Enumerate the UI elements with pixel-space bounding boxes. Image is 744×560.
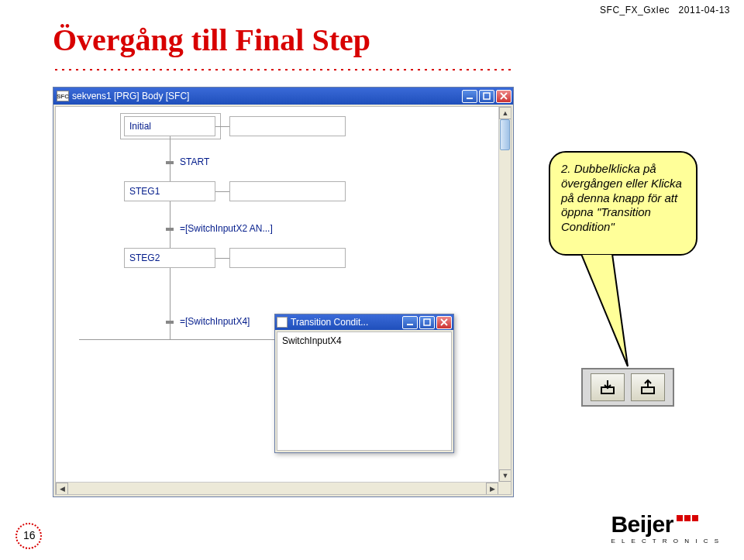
transition-x4-label: =[SwitchInputX4]	[180, 316, 250, 327]
maximize-button[interactable]	[479, 90, 494, 103]
action-box-step2[interactable]	[229, 248, 346, 268]
sfc-line	[170, 268, 170, 325]
svg-rect-3	[424, 319, 430, 325]
step-2-label: STEG2	[129, 253, 160, 263]
logo-name: Beijer	[611, 511, 673, 538]
scroll-left-icon[interactable]: ◀	[56, 483, 68, 495]
scroll-thumb[interactable]	[500, 119, 510, 150]
tc-client-area[interactable]: SwitchInputX4	[277, 332, 452, 451]
sfc-line	[170, 164, 170, 181]
vertical-scrollbar[interactable]: ▲ ▼	[498, 107, 511, 482]
tc-window-title: Transition Condit...	[291, 317, 401, 328]
toolbar-panel	[581, 368, 674, 407]
sfc-line	[170, 231, 170, 248]
action-connector	[215, 191, 229, 192]
title-rule	[53, 68, 514, 71]
callout-text: Dubbelklicka på övergången eller Klicka …	[561, 162, 682, 233]
sfc-line	[170, 324, 170, 339]
tc-minimize-button[interactable]	[402, 316, 418, 329]
transition-x2-label: =[SwitchInputX2 AN...]	[180, 223, 273, 234]
action-connector	[215, 258, 229, 259]
step-initial-label: Initial	[129, 121, 151, 132]
step-initial[interactable]: Initial	[124, 116, 215, 136]
zoom-in-button[interactable]	[591, 373, 625, 401]
scroll-right-icon[interactable]: ▶	[486, 483, 498, 495]
doc-id: SFC_FX_GxIec	[600, 5, 670, 15]
svg-rect-2	[407, 324, 413, 325]
horizontal-scrollbar[interactable]: ◀ ▶	[56, 482, 498, 494]
instruction-callout: 2. Dubbelklicka på övergången eller Klic…	[549, 151, 698, 256]
header-meta: SFC_FX_GxIec 2011-04-13	[600, 5, 730, 15]
zoom-out-icon	[639, 378, 657, 397]
scroll-corner	[498, 482, 511, 494]
minimize-button[interactable]	[462, 90, 477, 103]
logo-subtitle: E L E C T R O N I C S	[611, 538, 721, 545]
scroll-up-icon[interactable]: ▲	[499, 107, 512, 119]
action-connector	[215, 126, 229, 127]
logo-squares-icon	[677, 515, 698, 521]
transition-condition-window[interactable]: Transition Condit... SwitchInputX4	[274, 314, 454, 453]
svg-rect-1	[484, 93, 490, 99]
svg-marker-4	[581, 254, 628, 366]
tc-window-icon	[277, 317, 288, 328]
svg-rect-6	[642, 387, 654, 393]
transition-start-label: START	[180, 156, 209, 167]
final-connector	[79, 339, 281, 340]
doc-date: 2011-04-13	[679, 5, 730, 15]
window-titlebar[interactable]: SFC sekvens1 [PRG] Body [SFC]	[53, 88, 513, 105]
tc-maximize-button[interactable]	[419, 316, 435, 329]
scroll-down-icon[interactable]: ▼	[499, 469, 512, 482]
action-box-step1[interactable]	[229, 181, 346, 201]
step-1-label: STEG1	[129, 186, 160, 197]
step-1[interactable]: STEG1	[124, 181, 215, 201]
tc-close-button[interactable]	[436, 316, 452, 329]
callout-number: 2.	[561, 162, 571, 175]
window-title: sekvens1 [PRG] Body [SFC]	[72, 91, 460, 101]
tc-titlebar[interactable]: Transition Condit...	[275, 314, 453, 330]
app-icon: SFC	[57, 91, 69, 101]
zoom-out-button[interactable]	[631, 373, 665, 401]
zoom-in-icon	[598, 378, 617, 397]
step-2[interactable]: STEG2	[124, 248, 215, 268]
beijer-logo: Beijer E L E C T R O N I C S	[611, 511, 721, 545]
close-button[interactable]	[496, 90, 512, 103]
page-number: 16	[23, 529, 36, 541]
action-box-initial[interactable]	[229, 116, 346, 136]
svg-rect-0	[467, 98, 473, 99]
tc-content-text: SwitchInputX4	[282, 335, 342, 346]
page-title: Övergång till Final Step	[53, 22, 370, 58]
